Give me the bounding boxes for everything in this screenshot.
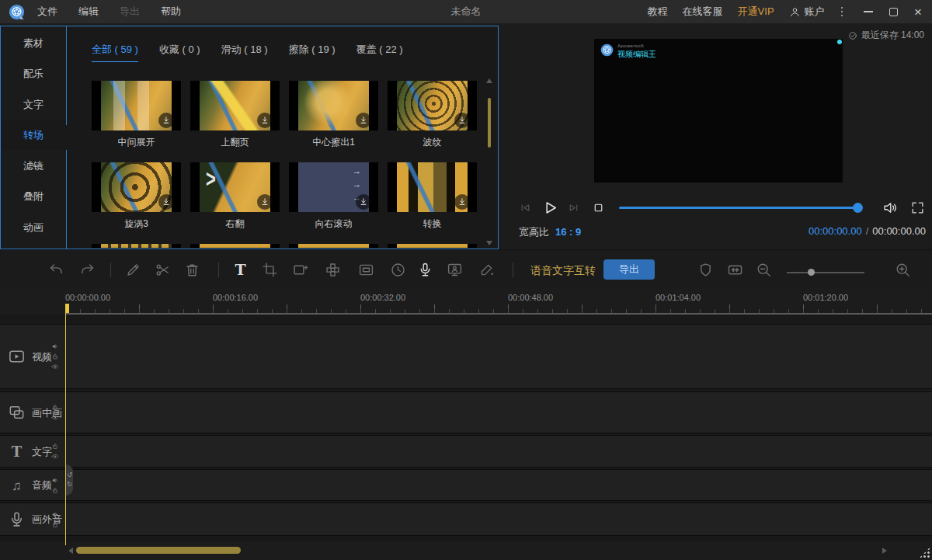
previous-frame-button[interactable] — [519, 201, 532, 214]
playhead-flag[interactable] — [65, 304, 69, 313]
fit-timeline-icon[interactable] — [727, 262, 743, 278]
lock-icon[interactable] — [51, 520, 59, 528]
transition-thumbnail[interactable] — [388, 162, 477, 212]
download-icon[interactable] — [454, 113, 470, 128]
lock-icon[interactable] — [51, 486, 59, 494]
track-audio[interactable]: 音频 — [0, 469, 932, 501]
lock-icon[interactable] — [51, 353, 59, 360]
transition-item[interactable]: 中心擦出1 — [289, 81, 378, 149]
undo-icon[interactable] — [48, 262, 64, 278]
stop-button[interactable] — [592, 201, 605, 214]
seek-slider[interactable] — [619, 207, 860, 209]
timeline-zoom-thumb[interactable] — [808, 269, 815, 276]
sidebar-item-filters[interactable]: 滤镜 — [1, 151, 66, 182]
timeline-horizontal-scrollbar[interactable] — [76, 547, 241, 554]
transition-thumbnail[interactable] — [190, 81, 280, 130]
transition-item[interactable]: 右翻 — [190, 162, 280, 231]
aspect-ratio[interactable]: 宽高比16 : 9 — [519, 225, 581, 239]
edit-pencil-icon[interactable] — [125, 262, 141, 278]
lock-icon[interactable] — [51, 404, 59, 412]
download-icon[interactable] — [158, 194, 174, 210]
account-button[interactable]: 账户 — [789, 5, 825, 19]
close-button[interactable] — [914, 5, 922, 19]
transition-thumbnail[interactable] — [190, 162, 280, 212]
more-menu-icon[interactable] — [840, 7, 845, 17]
transition-item[interactable]: 转换 — [388, 162, 477, 231]
minimize-button[interactable] — [864, 11, 873, 12]
visibility-icon[interactable] — [51, 414, 59, 422]
text-tool-icon[interactable]: T — [232, 262, 249, 278]
export-button[interactable]: 导出 — [603, 259, 655, 280]
marker-shield-icon[interactable] — [697, 262, 714, 278]
visibility-icon[interactable] — [51, 363, 59, 370]
resize-grip[interactable] — [919, 547, 930, 558]
timeline-zoom-slider[interactable] — [787, 272, 864, 273]
seek-slider-thumb[interactable] — [853, 203, 863, 213]
playhead-line[interactable] — [65, 304, 66, 545]
sidebar-item-music[interactable]: 配乐 — [1, 59, 66, 90]
mute-icon[interactable] — [51, 476, 59, 484]
sidebar-item-text[interactable]: 文字 — [1, 89, 66, 120]
crop-icon[interactable] — [262, 262, 278, 278]
transition-item-partial[interactable] — [92, 244, 181, 248]
panel-scrollbar[interactable] — [488, 98, 491, 148]
redo-icon[interactable] — [79, 262, 96, 278]
mute-icon[interactable] — [51, 343, 59, 350]
transition-thumbnail[interactable] — [92, 81, 181, 130]
play-button[interactable] — [541, 199, 559, 217]
fullscreen-icon[interactable] — [910, 200, 925, 215]
download-icon[interactable] — [454, 194, 470, 210]
tutorial-link[interactable]: 教程 — [648, 5, 668, 19]
track-pip[interactable]: 画中画 — [0, 391, 932, 433]
transition-item-partial[interactable] — [190, 244, 280, 248]
transition-item[interactable]: 向右滚动 — [289, 162, 378, 231]
sidebar-item-overlays[interactable]: 叠附 — [1, 182, 66, 213]
tab-overlap[interactable]: 覆盖 ( 22 ) — [356, 43, 403, 62]
transition-thumbnail[interactable] — [289, 162, 378, 212]
split-scissors-icon[interactable] — [155, 262, 171, 278]
zoom-in-icon[interactable] — [895, 262, 911, 278]
vip-link[interactable]: 开通VIP — [738, 5, 774, 19]
maximize-button[interactable] — [889, 8, 898, 16]
sidebar-item-media[interactable]: 素材 — [1, 28, 66, 59]
download-icon[interactable] — [158, 113, 174, 128]
menu-help[interactable]: 帮助 — [161, 5, 181, 19]
track-video[interactable]: 视频 — [0, 324, 932, 389]
delete-trash-icon[interactable] — [184, 262, 200, 278]
download-icon[interactable] — [356, 194, 371, 210]
record-screen-icon[interactable] — [447, 262, 463, 278]
sidebar-item-transitions[interactable]: 转场 — [1, 120, 66, 151]
support-link[interactable]: 在线客服 — [683, 5, 723, 19]
picture-in-picture-icon[interactable] — [358, 262, 374, 278]
next-frame-button[interactable] — [567, 201, 580, 214]
transition-thumbnail[interactable] — [388, 81, 477, 130]
menu-edit[interactable]: 编辑 — [78, 5, 99, 19]
visibility-icon[interactable] — [51, 453, 59, 461]
download-icon[interactable] — [257, 113, 273, 128]
mute-icon[interactable] — [51, 510, 59, 518]
transition-item[interactable]: 上翻页 — [190, 81, 280, 149]
playhead-handle[interactable] — [66, 464, 73, 496]
transition-item[interactable]: 旋涡3 — [92, 162, 181, 231]
menu-file[interactable]: 文件 — [37, 5, 57, 19]
scroll-left-icon[interactable] — [68, 548, 73, 554]
transition-item-partial[interactable] — [289, 244, 378, 248]
tab-favorites[interactable]: 收藏 ( 0 ) — [159, 43, 200, 62]
transition-thumbnail[interactable] — [92, 162, 181, 212]
panel-scroll-down-icon[interactable] — [486, 241, 492, 245]
speech-to-text-button[interactable]: 语音文字互转 — [530, 264, 596, 278]
sidebar-item-animation[interactable]: 动画 — [1, 212, 66, 243]
lock-icon[interactable] — [51, 443, 59, 450]
scroll-right-icon[interactable] — [882, 548, 887, 554]
track-voiceover[interactable]: 画外音 — [0, 503, 932, 536]
download-icon[interactable] — [356, 113, 371, 128]
panel-scroll-up-icon[interactable] — [486, 78, 492, 83]
track-text[interactable]: T 文字 — [0, 435, 932, 468]
download-icon[interactable] — [257, 194, 273, 210]
transition-item[interactable]: 波纹 — [388, 81, 477, 149]
transition-thumbnail[interactable] — [289, 81, 378, 130]
mosaic-icon[interactable] — [325, 262, 341, 278]
transition-item[interactable]: 中间展开 — [92, 81, 181, 149]
timeline-ruler[interactable]: 00:00:00.00 00:00:16.00 00:00:32.00 00:0… — [0, 289, 932, 315]
chroma-paint-icon[interactable] — [478, 262, 495, 278]
